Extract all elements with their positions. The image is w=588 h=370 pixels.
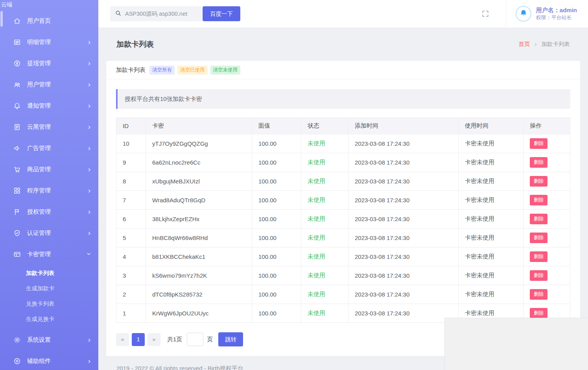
breadcrumb-bar: 加款卡列表 首页 › 加款卡列表 xyxy=(98,27,588,61)
sidebar-item-7[interactable]: 商品管理› xyxy=(0,159,98,180)
sidebar-item-11[interactable]: 卡密管理› xyxy=(0,244,98,265)
cart-icon xyxy=(13,166,21,173)
delete-button[interactable]: 删除 xyxy=(530,176,547,187)
cell-actions: 删除 xyxy=(523,172,570,191)
sidebar-subitem-1[interactable]: 生成加款卡 xyxy=(0,281,98,296)
cell-actions: 删除 xyxy=(523,191,570,210)
chevron-right-icon: › xyxy=(88,336,90,343)
column-header: 卡密 xyxy=(146,118,252,134)
column-header: 面值 xyxy=(252,118,301,134)
cell-id: 2 xyxy=(116,285,146,304)
baidu-search-button[interactable]: 百度一下 xyxy=(203,6,240,21)
sidebar-item-label: 卡密管理 xyxy=(27,251,88,258)
jump-button[interactable]: 跳转 xyxy=(218,332,243,346)
chevron-right-icon: › xyxy=(88,229,90,236)
chevron-right-icon: › xyxy=(88,144,90,152)
pagination-next[interactable]: » xyxy=(147,333,160,346)
cell-status: 未使用 xyxy=(301,266,348,285)
sidebar-item-10[interactable]: 认证管理› xyxy=(0,222,98,244)
sidebar-item-0[interactable]: 用户首页 xyxy=(0,10,98,31)
delete-button[interactable]: 删除 xyxy=(530,138,547,149)
delete-button[interactable]: 删除 xyxy=(530,308,547,319)
table-row: 7Wrad8AduQTr8GqD100.00未使用2023-03-08 17:2… xyxy=(116,191,570,210)
home-icon xyxy=(13,17,21,25)
chevron-right-icon: › xyxy=(88,208,90,215)
breadcrumb-home-link[interactable]: 首页 xyxy=(518,40,530,48)
cell-status: 未使用 xyxy=(301,191,348,210)
brand-logo: 云端 xyxy=(0,0,98,10)
cell-status: 未使用 xyxy=(301,210,348,229)
sidebar-item-1[interactable]: 明细管理› xyxy=(0,31,98,53)
sidebar-subitem-2[interactable]: 兑换卡列表 xyxy=(0,296,98,311)
page-number-input[interactable] xyxy=(187,333,203,346)
search-input[interactable]: ASP300源码 asp300.net xyxy=(110,6,202,21)
cell-face-value: 100.00 xyxy=(252,247,301,266)
delete-button[interactable]: 删除 xyxy=(530,289,547,300)
sidebar-subitem-3[interactable]: 生成兑换卡 xyxy=(0,311,98,327)
search-placeholder-text: ASP300源码 asp300.net xyxy=(125,10,187,18)
delete-button[interactable]: 删除 xyxy=(530,195,547,205)
clear-all-badge[interactable]: 清空所有 xyxy=(149,66,175,75)
pagination-prev[interactable]: « xyxy=(116,333,129,346)
sidebar-subitem-0[interactable]: 加款卡列表 xyxy=(0,266,98,281)
delete-button[interactable]: 删除 xyxy=(530,251,547,262)
table-row: 8xUbgujMeBJXUIzl100.00未使用2023-03-08 17:2… xyxy=(116,172,570,191)
user-menu[interactable]: 用户名：admin 权限：平台站长 xyxy=(506,0,588,27)
card-list-panel: 加款卡列表 清空所有清空已使用清空未使用 授权平台共有10张加款卡卡密 ID卡密… xyxy=(106,61,580,356)
cell-actions: 删除 xyxy=(523,266,570,285)
cell-card-key: 6a62nLnoc2re6Cc xyxy=(146,153,252,172)
cell-used-time: 卡密未使用 xyxy=(459,191,523,210)
pagination-page-1[interactable]: 1 xyxy=(132,333,145,346)
sidebar: 云端 用户首页明细管理›提现管理›用户管理›通知管理›云黑管理›广告管理›商品管… xyxy=(0,0,98,370)
cell-added-time: 2023-03-08 17:24:30 xyxy=(348,134,459,153)
cell-id: 7 xyxy=(116,191,146,210)
sidebar-item-2[interactable]: 提现管理› xyxy=(0,53,98,74)
sidebar-item-8[interactable]: 程序管理› xyxy=(0,180,98,201)
sidebar-item-label: 认证管理 xyxy=(27,229,88,237)
cell-used-time: 卡密未使用 xyxy=(459,134,523,153)
card-header: 加款卡列表 清空所有清空已使用清空未使用 xyxy=(106,61,580,79)
cell-status: 未使用 xyxy=(301,304,348,323)
cell-face-value: 100.00 xyxy=(252,210,301,229)
fullscreen-icon[interactable] xyxy=(481,10,489,18)
sidebar-scrollbar-thumb[interactable] xyxy=(0,11,3,27)
delete-button[interactable]: 删除 xyxy=(530,157,547,168)
sidebar-item-4[interactable]: 通知管理› xyxy=(0,95,98,116)
cell-used-time: 卡密未使用 xyxy=(459,266,523,285)
app-window: 云端 用户首页明细管理›提现管理›用户管理›通知管理›云黑管理›广告管理›商品管… xyxy=(0,0,588,370)
sidebar-item-5[interactable]: 云黑管理› xyxy=(0,116,98,137)
cell-actions: 删除 xyxy=(523,134,570,153)
pagination-unit-label: 页 xyxy=(207,336,213,343)
flag-icon xyxy=(13,208,21,216)
clear-unused-badge[interactable]: 清空未使用 xyxy=(210,66,241,75)
cell-actions: 删除 xyxy=(523,229,570,247)
cell-id: 6 xyxy=(116,210,146,229)
sidebar-item-9[interactable]: 授权管理› xyxy=(0,201,98,222)
cell-face-value: 100.00 xyxy=(252,153,301,172)
bell-avatar-icon xyxy=(520,9,527,18)
cell-card-key: kS6wmo79mYz7h2K xyxy=(146,266,252,285)
shield-icon xyxy=(13,229,21,237)
delete-button[interactable]: 删除 xyxy=(530,214,547,224)
cell-face-value: 100.00 xyxy=(252,191,301,210)
chevron-down-icon: › xyxy=(85,253,93,255)
cell-added-time: 2023-03-08 17:24:30 xyxy=(348,153,459,172)
card-body: 授权平台共有10张加款卡卡密 ID卡密面值状态添加时间使用时间操作 10yTJ7… xyxy=(106,79,580,356)
column-header: 添加时间 xyxy=(348,118,459,134)
sidebar-item-12[interactable]: 系统设置› xyxy=(0,329,98,350)
delete-button[interactable]: 删除 xyxy=(530,233,547,243)
table-row: 3kS6wmo79mYz7h2K100.00未使用2023-03-08 17:2… xyxy=(116,266,570,285)
sidebar-item-6[interactable]: 广告管理› xyxy=(0,137,98,159)
delete-button[interactable]: 删除 xyxy=(530,270,547,281)
top-header: ASP300源码 asp300.net 百度一下 用户名：admin 权限：平台… xyxy=(98,0,588,27)
cell-status: 未使用 xyxy=(301,247,348,266)
clear-used-badge[interactable]: 清空已使用 xyxy=(177,66,208,75)
chevron-right-icon: › xyxy=(88,187,90,194)
sidebar-item-13[interactable]: 辅助组件› xyxy=(0,350,98,370)
sidebar-item-3[interactable]: 用户管理› xyxy=(0,74,98,95)
cell-face-value: 100.00 xyxy=(252,134,301,153)
cell-id: 9 xyxy=(116,153,146,172)
bell-icon xyxy=(13,102,21,110)
cell-status: 未使用 xyxy=(301,153,348,172)
table-row: 5HnBC8qWr66w8RHd100.00未使用2023-03-08 17:2… xyxy=(116,229,570,247)
